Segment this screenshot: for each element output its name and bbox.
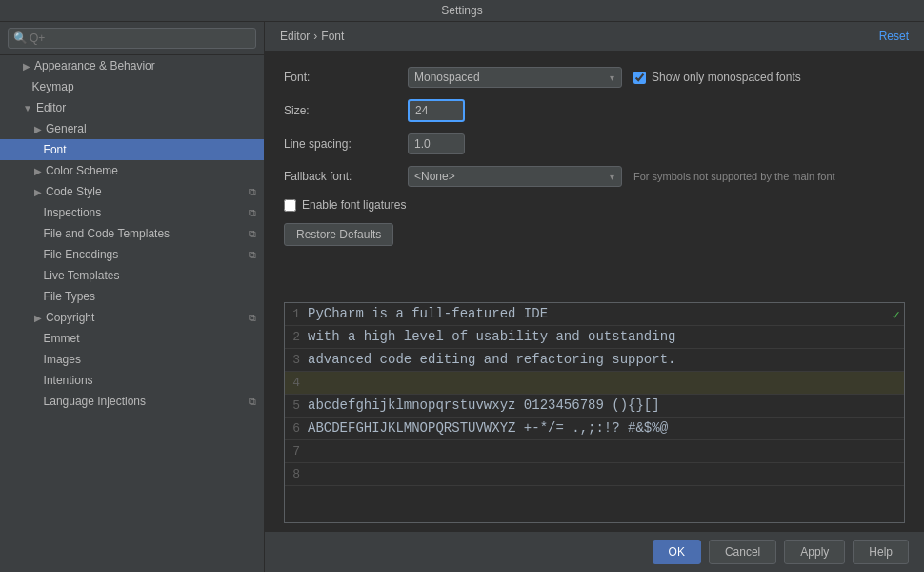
arrow-icon (34, 250, 40, 260)
main-container: 🔍 ▶ Appearance & Behavior Keymap ▼ Edito… (0, 22, 924, 572)
search-icon: 🔍 (13, 31, 28, 45)
sidebar-item-file-encodings[interactable]: File Encodings ⧉ (0, 244, 264, 265)
preview-line-6: 6 ABCDEFGHIJKLMNOPQRSTUVWXYZ +-*/= .,;:!… (285, 418, 904, 440)
sidebar-item-label: Images (44, 353, 81, 366)
size-row: Size: (284, 99, 905, 122)
sidebar-item-inspections[interactable]: Inspections ⧉ (0, 202, 264, 223)
sidebar: 🔍 ▶ Appearance & Behavior Keymap ▼ Edito… (0, 22, 265, 572)
font-row: Font: Monospaced Show only monospaced fo… (284, 67, 905, 88)
settings-body: Font: Monospaced Show only monospaced fo… (265, 51, 924, 302)
ligature-row: Enable font ligatures (284, 198, 905, 212)
copy-icon: ⧉ (249, 312, 256, 324)
show-monospaced-text: Show only monospaced fonts (652, 71, 801, 84)
sidebar-item-label: Font (44, 143, 67, 156)
font-select[interactable]: Monospaced (408, 67, 622, 88)
sidebar-item-appearance[interactable]: ▶ Appearance & Behavior (0, 55, 264, 76)
sidebar-tree: ▶ Appearance & Behavior Keymap ▼ Editor … (0, 55, 264, 572)
title-text: Settings (441, 4, 482, 17)
arrow-icon: ▶ (34, 187, 42, 197)
show-monospaced-checkbox[interactable] (633, 72, 646, 84)
arrow-icon (34, 145, 40, 155)
breadcrumb: Editor › Font (280, 30, 344, 43)
bottom-bar: OK Cancel Apply Help (265, 531, 924, 572)
size-label: Size: (284, 104, 408, 117)
fallback-font-row: Fallback font: <None> For symbols not su… (284, 166, 905, 187)
search-wrapper: 🔍 (8, 28, 256, 49)
line-number-5: 5 (285, 398, 308, 413)
sidebar-item-file-code-templates[interactable]: File and Code Templates ⧉ (0, 223, 264, 244)
sidebar-item-label: Keymap (32, 80, 74, 93)
show-monospaced-label[interactable]: Show only monospaced fonts (633, 71, 801, 84)
sidebar-item-file-types[interactable]: File Types (0, 286, 264, 307)
sidebar-item-label: File and Code Templates (44, 227, 171, 240)
sidebar-item-language-injections[interactable]: Language Injections ⧉ (0, 391, 264, 412)
help-button[interactable]: Help (853, 540, 909, 564)
arrow-icon: ▶ (34, 313, 42, 323)
search-input[interactable] (8, 28, 256, 49)
line-number-8: 8 (285, 467, 308, 481)
sidebar-item-label: Editor (36, 101, 66, 114)
sidebar-item-label: Code Style (46, 185, 102, 198)
sidebar-item-copyright[interactable]: ▶ Copyright ⧉ (0, 307, 264, 328)
sidebar-item-keymap[interactable]: Keymap (0, 76, 264, 97)
line-content-2: with a high level of usability and outst… (308, 329, 675, 344)
fallback-hint: For symbols not supported by the main fo… (633, 171, 835, 182)
ligature-text: Enable font ligatures (302, 198, 406, 212)
sidebar-item-label: General (46, 122, 87, 135)
sidebar-item-emmet[interactable]: Emmet (0, 328, 264, 349)
line-number-1: 1 (285, 307, 308, 321)
ligature-label[interactable]: Enable font ligatures (284, 198, 406, 212)
preview-line-3: 3 advanced code editing and refactoring … (285, 349, 904, 372)
font-select-wrapper: Monospaced (408, 67, 622, 88)
sidebar-item-label: File Encodings (44, 248, 119, 261)
line-spacing-input[interactable] (408, 133, 465, 154)
line-spacing-label: Line spacing: (284, 137, 408, 151)
checkmark-icon: ✓ (893, 307, 900, 323)
sidebar-item-label: File Types (44, 290, 95, 303)
line-number-3: 3 (285, 353, 308, 367)
sidebar-item-color-scheme[interactable]: ▶ Color Scheme (0, 160, 264, 181)
breadcrumb-parent: Editor (280, 30, 310, 43)
restore-defaults-button[interactable]: Restore Defaults (284, 223, 393, 246)
preview-area: 1 PyCharm is a full-featured IDE ✓ 2 wit… (284, 302, 905, 524)
sidebar-item-intentions[interactable]: Intentions (0, 370, 264, 391)
breadcrumb-sep: › (313, 30, 317, 43)
copy-icon: ⧉ (249, 249, 256, 261)
preview-line-4: 4 (285, 372, 904, 395)
sidebar-item-label: Language Injections (44, 395, 146, 408)
arrow-icon (34, 292, 40, 302)
arrow-icon: ▼ (23, 103, 32, 113)
content-area: Editor › Font Reset Font: Monospaced Sho… (265, 22, 924, 572)
arrow-icon (34, 229, 40, 239)
sidebar-item-general[interactable]: ▶ General (0, 118, 264, 139)
preview-line-8: 8 (285, 463, 904, 486)
apply-button[interactable]: Apply (784, 540, 845, 564)
sidebar-item-images[interactable]: Images (0, 349, 264, 370)
sidebar-item-live-templates[interactable]: Live Templates (0, 265, 264, 286)
copy-icon: ⧉ (249, 207, 256, 219)
line-content-1: PyCharm is a full-featured IDE (308, 306, 548, 321)
sidebar-item-label: Live Templates (44, 269, 120, 282)
cancel-button[interactable]: Cancel (709, 540, 776, 564)
sidebar-item-editor[interactable]: ▼ Editor (0, 97, 264, 118)
preview-line-5: 5 abcdefghijklmnopqrstuvwxyz 0123456789 … (285, 395, 904, 418)
copy-icon: ⧉ (249, 228, 256, 240)
copy-icon: ⧉ (249, 396, 256, 408)
line-spacing-row: Line spacing: (284, 133, 905, 154)
preview-line-2: 2 with a high level of usability and out… (285, 326, 904, 349)
size-input[interactable] (408, 99, 465, 122)
breadcrumb-current: Font (321, 30, 344, 43)
sidebar-item-label: Copyright (46, 311, 94, 324)
reset-button[interactable]: Reset (879, 30, 909, 43)
sidebar-item-font[interactable]: Font (0, 139, 264, 160)
ok-button[interactable]: OK (653, 540, 701, 564)
arrow-icon: ▶ (23, 61, 30, 72)
arrow-icon (23, 82, 29, 92)
sidebar-item-code-style[interactable]: ▶ Code Style ⧉ (0, 181, 264, 202)
line-content-3: advanced code editing and refactoring su… (308, 352, 675, 367)
sidebar-item-label: Intentions (44, 374, 93, 387)
ligature-checkbox[interactable] (284, 199, 296, 212)
fallback-font-select[interactable]: <None> (408, 166, 622, 187)
title-bar: Settings (0, 0, 924, 22)
line-content-6: ABCDEFGHIJKLMNOPQRSTUVWXYZ +-*/= .,;:!? … (308, 420, 668, 436)
